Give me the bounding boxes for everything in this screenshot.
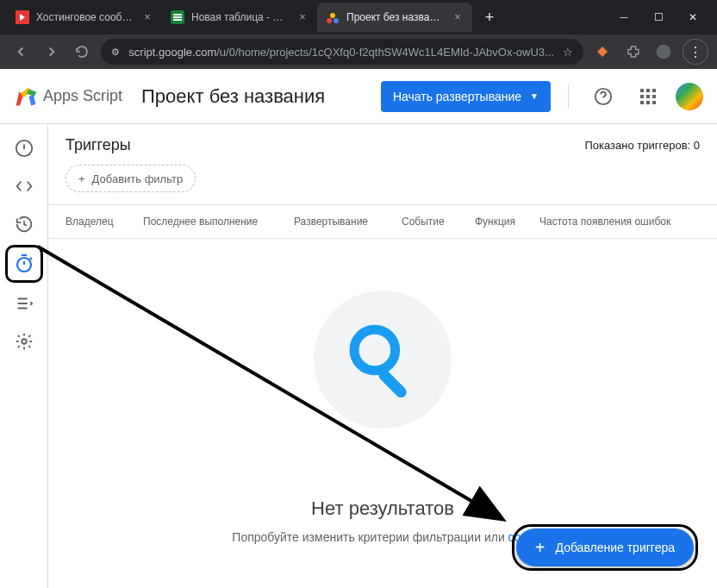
divider xyxy=(568,84,569,109)
sidebar-triggers[interactable] xyxy=(5,245,43,283)
content: Триггеры Показано триггеров: 0 + Добавит… xyxy=(48,124,717,588)
profile-icon[interactable] xyxy=(652,40,676,64)
col-last-run: Последнее выполнение xyxy=(143,216,294,228)
reload-button[interactable] xyxy=(71,40,95,64)
close-icon[interactable]: × xyxy=(452,11,464,23)
add-trigger-button[interactable]: + Добавление триггера xyxy=(516,529,694,566)
sidebar-overview[interactable] xyxy=(7,131,41,166)
search-icon xyxy=(314,291,452,428)
table-header: Владелец Последнее выполнение Развертыва… xyxy=(48,204,717,239)
svg-point-7 xyxy=(334,18,339,23)
trigger-count: Показано триггеров: 0 xyxy=(584,139,700,152)
sidebar-executions[interactable] xyxy=(7,286,41,321)
empty-subtitle: Попробуйте изменить критерии фильтрации … xyxy=(232,530,533,544)
tab-favicon xyxy=(16,10,29,24)
tab-title: Хостинговое сообщество xyxy=(36,11,134,23)
svg-rect-4 xyxy=(173,19,182,21)
add-filter-button[interactable]: + Добавить фильтр xyxy=(65,165,196,192)
project-title[interactable]: Проект без названия xyxy=(141,85,325,108)
tab-favicon xyxy=(171,10,184,24)
empty-title: Нет результатов xyxy=(311,497,454,520)
svg-rect-3 xyxy=(173,16,182,18)
filter-row: + Добавить фильтр xyxy=(48,161,717,204)
deploy-label: Начать развертывание xyxy=(393,90,521,103)
svg-rect-2 xyxy=(173,14,182,16)
col-event: Событие xyxy=(402,216,475,228)
col-error-rate: Частота появления ошибок xyxy=(539,216,700,228)
plus-icon: + xyxy=(78,172,85,185)
svg-point-6 xyxy=(330,13,335,18)
tab-2[interactable]: Новая таблица - Google Т × xyxy=(162,3,317,32)
tab-title: Новая таблица - Google Т xyxy=(191,11,290,23)
tab-title: Проект без названия - Три xyxy=(346,11,445,23)
sidebar xyxy=(0,124,48,588)
tab-bar: Хостинговое сообщество × Новая таблица -… xyxy=(0,0,717,34)
col-owner: Владелец xyxy=(65,216,143,228)
tab-3[interactable]: Проект без названия - Три × xyxy=(317,3,472,32)
chevron-down-icon: ▼ xyxy=(530,91,539,101)
main-layout: Триггеры Показано триггеров: 0 + Добавит… xyxy=(0,124,717,588)
url-input[interactable]: ⚙ script.google.com/u/0/home/projects/1c… xyxy=(101,39,583,65)
sidebar-editor[interactable] xyxy=(7,169,41,203)
browser-menu-button[interactable]: ⋮ xyxy=(683,39,708,65)
forward-button[interactable] xyxy=(40,40,64,64)
google-apps-button[interactable] xyxy=(631,79,665,114)
close-icon[interactable]: × xyxy=(141,11,153,23)
add-trigger-highlight: + Добавление триггера xyxy=(512,524,698,571)
extension-icon[interactable] xyxy=(590,40,614,64)
sidebar-history[interactable] xyxy=(7,207,41,241)
help-button[interactable] xyxy=(586,79,620,114)
star-icon[interactable]: ☆ xyxy=(563,46,573,59)
col-function: Функция xyxy=(475,216,539,228)
maximize-button[interactable]: ☐ xyxy=(641,3,676,32)
svg-point-8 xyxy=(657,45,671,59)
svg-rect-14 xyxy=(377,367,409,400)
close-window-button[interactable]: ✕ xyxy=(676,3,710,32)
page-header: Триггеры Показано триггеров: 0 xyxy=(48,124,717,161)
col-deployment: Развертывание xyxy=(294,216,402,228)
tab-1[interactable]: Хостинговое сообщество × xyxy=(7,3,162,32)
add-trigger-label: Добавление триггера xyxy=(556,541,676,554)
minimize-button[interactable]: ─ xyxy=(607,3,641,32)
page-title: Триггеры xyxy=(65,136,131,154)
add-filter-label: Добавить фильтр xyxy=(92,172,184,185)
address-bar: ⚙ script.google.com/u/0/home/projects/1c… xyxy=(0,34,717,69)
svg-point-13 xyxy=(354,329,396,371)
browser-chrome: Хостинговое сообщество × Новая таблица -… xyxy=(0,0,717,69)
extensions-button[interactable] xyxy=(621,40,645,64)
plus-icon: + xyxy=(535,538,546,558)
tab-favicon xyxy=(326,10,340,24)
close-icon[interactable]: × xyxy=(296,11,309,23)
logo-text: Apps Script xyxy=(43,87,122,105)
sidebar-settings[interactable] xyxy=(7,324,41,359)
account-avatar[interactable] xyxy=(676,83,703,110)
site-settings-icon[interactable]: ⚙ xyxy=(111,47,120,58)
app-header: Apps Script Проект без названия Начать р… xyxy=(0,69,717,124)
apps-script-logo[interactable]: Apps Script xyxy=(14,84,122,109)
apps-script-icon xyxy=(14,84,38,109)
back-button[interactable] xyxy=(9,40,33,64)
deploy-button[interactable]: Начать развертывание ▼ xyxy=(381,81,551,112)
svg-point-5 xyxy=(327,18,332,23)
svg-point-12 xyxy=(22,339,27,344)
new-tab-button[interactable]: + xyxy=(477,5,502,29)
url-text: script.google.com/u/0/home/projects/1cQX… xyxy=(128,46,554,59)
window-controls: ─ ☐ ✕ xyxy=(607,3,710,32)
